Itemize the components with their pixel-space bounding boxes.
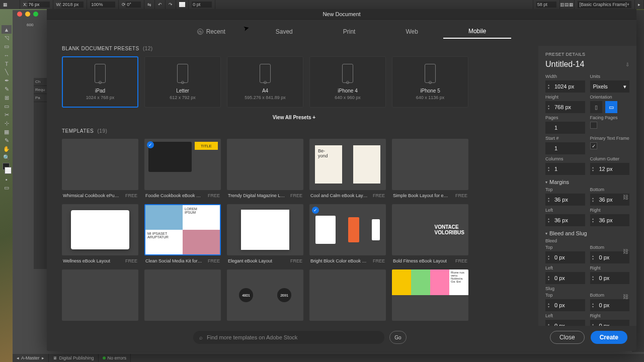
pen-tool[interactable]: ✒	[2, 76, 12, 85]
screen-mode[interactable]: ▭	[2, 184, 12, 192]
w-input[interactable]	[61, 2, 84, 8]
margin-top[interactable]: ▴▾36 px	[545, 194, 585, 206]
tab-recent[interactable]: ◷Recent	[172, 25, 251, 39]
height-field[interactable]: ▴▾768 px	[545, 101, 585, 113]
stroke-input[interactable]	[192, 2, 212, 8]
template-card[interactable]: Trendy Digital Magazine LayoutFREE	[227, 139, 303, 198]
template-card[interactable]: Wellness eBook LayoutFREE	[62, 204, 138, 263]
page-nav[interactable]: ◂ A-Master ▸	[13, 354, 49, 362]
rotate-input[interactable]	[126, 2, 141, 8]
bleed-left[interactable]: ▴▾0 px	[545, 272, 585, 284]
direct-select-tool[interactable]: ◹	[2, 34, 12, 42]
preset-ipad[interactable]: iPad1024 x 768 px	[62, 56, 138, 108]
grid-icon[interactable]: ▦	[0, 0, 20, 9]
tab-print[interactable]: Print	[318, 25, 381, 39]
align-icons[interactable]: ▥▤▦	[564, 1, 571, 8]
tab-saved[interactable]: Saved	[251, 25, 318, 39]
template-card[interactable]: Simple Book Layout for ePubFREE	[392, 139, 468, 198]
gap-tool[interactable]: ↔	[2, 51, 12, 59]
type-tool[interactable]: T	[2, 59, 12, 68]
window-traffic-lights[interactable]	[17, 12, 38, 17]
template-card[interactable]: LOREMIPSUMMI IPSASETARUPTATURClean Socia…	[144, 204, 221, 263]
hand-tool[interactable]: ✋	[2, 145, 12, 153]
preset-iphone-5[interactable]: iPhone 5640 x 1136 px	[392, 56, 468, 108]
pages-field[interactable]: 1	[545, 122, 585, 134]
template-card[interactable]: ✓Bright Block Color eBook LayoutFREE	[309, 204, 386, 263]
facing-pages-checkbox[interactable]	[590, 122, 597, 129]
toolbox: ▲ ◹ ▭ ↔ T ╲ ✒ ✎ ⊞ ▭ ✂ ⊹ ▦ ✎ ✋ 🔍 ▪ ▭	[2, 25, 13, 192]
margin-right[interactable]: ▴▾36 px	[590, 214, 630, 226]
slug-right[interactable]: ▴▾0 px	[590, 320, 630, 326]
columns-field[interactable]: ▴▾1	[545, 163, 585, 175]
link-bleed-icon[interactable]: ⛓	[623, 248, 628, 254]
template-card[interactable]	[62, 269, 138, 324]
stroke-swatch[interactable]	[5, 167, 12, 174]
rect-frame-tool[interactable]: ⊞	[2, 94, 12, 102]
slug-bottom[interactable]: ▴▾0 px	[590, 299, 630, 311]
rect-tool[interactable]: ▭	[2, 102, 12, 111]
template-card[interactable]: Whimsical Cookbook ePub LayoutFREE	[62, 139, 138, 198]
view-all-presets[interactable]: View All Presets +	[62, 111, 526, 128]
preset-a4[interactable]: A4595.276 x 841.89 px	[227, 56, 303, 108]
zoom-input[interactable]	[90, 2, 115, 8]
template-card[interactable]	[309, 269, 386, 324]
units-select[interactable]: Pixels▾	[590, 80, 630, 93]
tab-web[interactable]: Web	[380, 25, 443, 39]
bleed-toggle[interactable]: Bleed and Slug	[545, 230, 629, 236]
redo-icon[interactable]: ↷	[166, 0, 176, 9]
primary-text-frame-checkbox[interactable]: ✓	[590, 142, 597, 149]
template-card[interactable]: ✓Foodie Cookbook eBook LayoutFREE	[144, 139, 221, 198]
go-button[interactable]: Go	[389, 331, 407, 344]
dialog-title: New Document	[47, 9, 636, 20]
orientation-portrait[interactable]: ▯	[590, 101, 602, 113]
start-page-field[interactable]: 1	[545, 142, 585, 154]
create-button[interactable]: Create	[591, 331, 627, 344]
document-name[interactable]: Untitled-14	[545, 60, 584, 69]
bleed-right[interactable]: ▴▾0 px	[590, 272, 630, 284]
margin-left[interactable]: ▴▾36 px	[545, 214, 585, 226]
preset-iphone-4[interactable]: iPhone 4640 x 960 px	[309, 56, 386, 108]
line-tool[interactable]: ╲	[2, 68, 12, 76]
device-icon	[425, 64, 436, 83]
collapsed-panels[interactable]: Ch Requ Pa	[34, 78, 47, 269]
page-tool[interactable]: ▭	[2, 42, 12, 51]
save-preset-icon[interactable]: ⇩	[625, 62, 629, 67]
preset-letter[interactable]: Letter612 x 792 px	[144, 56, 221, 108]
kern-input[interactable]	[536, 2, 556, 8]
template-card[interactable]: VONTACEVOLORIBUSBold Fitness eBook Layou…	[392, 204, 468, 263]
template-card[interactable]: Rione nos verio. Nobiscia. Ga. Est	[392, 269, 468, 324]
undo-icon[interactable]: ↶	[155, 0, 166, 9]
selection-tool[interactable]: ▲	[2, 25, 12, 34]
pencil-tool[interactable]: ✎	[2, 85, 12, 94]
slug-top[interactable]: ▴▾0 px	[545, 299, 585, 311]
tab-mobile[interactable]: Mobile	[443, 25, 511, 39]
scissors-tool[interactable]: ✂	[2, 111, 12, 119]
orientation-landscape[interactable]: ▭	[605, 101, 617, 113]
template-card[interactable]: Elegant eBook LayoutFREE	[227, 204, 303, 263]
margins-toggle[interactable]: Margins	[545, 179, 629, 185]
flip-h-icon[interactable]: ⇋	[144, 0, 155, 9]
stock-search[interactable]: ⌕Find more templates on Adobe Stock	[193, 331, 384, 344]
panel-toggle-icon[interactable]: ▸	[635, 0, 644, 9]
width-field[interactable]: ▴▾1024 px	[545, 80, 585, 93]
intent-profile[interactable]: 🖥 Digital Publishing	[49, 354, 99, 362]
link-slug-icon[interactable]: ⛓	[623, 294, 628, 300]
transform-tool[interactable]: ⊹	[2, 119, 12, 128]
object-style-dropdown[interactable]: [Basic Graphics Frame]+	[578, 1, 631, 8]
presets-templates-scroll[interactable]: BLANK DOCUMENT PRESETS (12) iPad1024 x 7…	[47, 46, 538, 326]
gutter-field[interactable]: ▴▾12 px	[590, 163, 630, 175]
zoom-tool[interactable]: 🔍	[2, 153, 12, 162]
x-input[interactable]	[28, 2, 50, 8]
template-card[interactable]: Be-yondCool and Calm eBook LayoutFREE	[309, 139, 386, 198]
link-margins-icon[interactable]: ⛓	[623, 194, 628, 200]
gradient-tool[interactable]: ▦	[2, 128, 12, 136]
template-card[interactable]	[144, 269, 221, 324]
slug-left[interactable]: ▴▾0 px	[545, 320, 585, 326]
apply-color[interactable]: ▪	[2, 175, 12, 184]
eyedropper-tool[interactable]: ✎	[2, 136, 12, 145]
category-tabs: ◷Recent Saved Print Web Mobile	[47, 20, 636, 46]
preflight-status[interactable]: No errors	[99, 354, 131, 362]
bleed-top[interactable]: ▴▾0 px	[545, 251, 585, 263]
close-button[interactable]: Close	[550, 331, 585, 344]
template-card[interactable]: 48012691	[227, 269, 303, 324]
